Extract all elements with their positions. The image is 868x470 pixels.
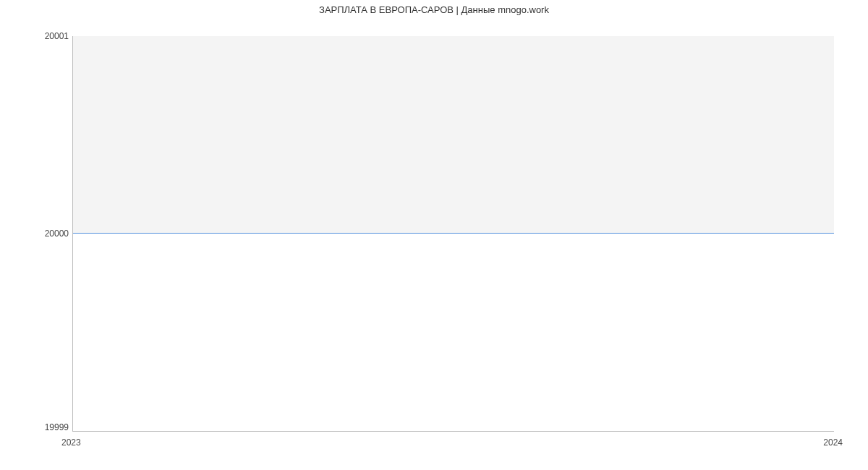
plot-area: [72, 36, 834, 432]
x-tick-2023: 2023: [61, 437, 81, 448]
x-tick-2024: 2024: [823, 437, 843, 448]
y-tick-20000: 20000: [0, 228, 69, 239]
salary-chart: ЗАРПЛАТА В ЕВРОПА-САРОВ | Данные mnogo.w…: [0, 0, 868, 470]
chart-title: ЗАРПЛАТА В ЕВРОПА-САРОВ | Данные mnogo.w…: [0, 4, 868, 15]
y-tick-19999: 19999: [0, 422, 69, 432]
series-line: [73, 233, 834, 234]
y-tick-20001: 20001: [0, 31, 69, 41]
upper-band-shade: [73, 36, 834, 234]
